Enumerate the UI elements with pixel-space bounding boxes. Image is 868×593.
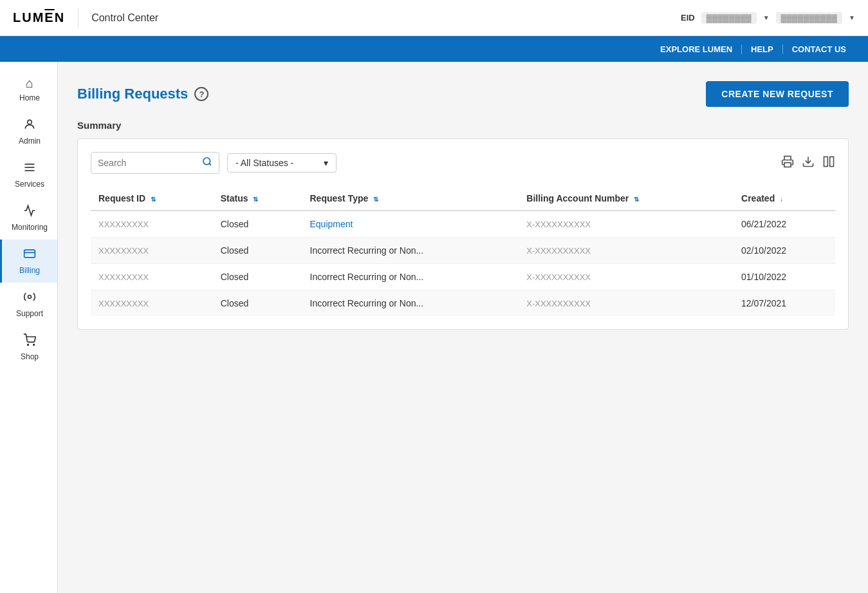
- svg-rect-11: [784, 162, 791, 167]
- svg-rect-14: [830, 156, 834, 166]
- svg-point-6: [28, 296, 32, 299]
- cell-request-id[interactable]: XXXXXXXXX: [91, 238, 213, 264]
- svg-point-8: [33, 344, 35, 346]
- col-header-status[interactable]: Status ⇅: [213, 187, 302, 211]
- cell-request-type: Incorrect Recurring or Non...: [302, 290, 519, 317]
- svg-rect-13: [824, 156, 828, 166]
- sidebar-item-admin[interactable]: Admin: [0, 110, 57, 153]
- user-dropdown-arrow[interactable]: ▼: [849, 14, 855, 21]
- help-icon[interactable]: ?: [194, 87, 208, 101]
- download-button[interactable]: [802, 155, 815, 171]
- svg-point-9: [203, 158, 210, 165]
- top-header: LUMEN Control Center EID ▓▓▓▓▓▓▓▓ ▼ ▓▓▓▓…: [0, 0, 868, 36]
- sidebar-item-support-label: Support: [16, 309, 43, 318]
- sidebar-item-services[interactable]: Services: [0, 153, 57, 196]
- logo: LUMEN: [13, 10, 65, 25]
- cell-status: Closed: [213, 211, 302, 238]
- billing-icon: [23, 247, 36, 263]
- cell-status: Closed: [213, 264, 302, 290]
- eid-dropdown-arrow[interactable]: ▼: [763, 14, 770, 21]
- header-right: EID ▓▓▓▓▓▓▓▓ ▼ ▓▓▓▓▓▓▓▓▓▓ ▼: [681, 12, 855, 24]
- page-header: Billing Requests ? CREATE NEW REQUEST: [77, 81, 849, 107]
- explore-lumen-link[interactable]: EXPLORE LUMEN: [651, 44, 741, 54]
- cell-status: Closed: [213, 238, 302, 264]
- col-header-billing-account[interactable]: Billing Account Number ⇅: [519, 187, 734, 211]
- page-title: Billing Requests: [77, 86, 188, 102]
- cell-created: 02/10/2022: [734, 238, 835, 264]
- services-icon: [23, 161, 36, 177]
- search-box: [91, 152, 219, 174]
- table-row: XXXXXXXXXClosedEquipmentX-XXXXXXXXXX06/2…: [91, 211, 835, 238]
- sort-icon-request-type: ⇅: [373, 196, 378, 203]
- summary-label: Summary: [77, 120, 849, 131]
- eid-label: EID: [681, 13, 695, 23]
- table-row: XXXXXXXXXClosedIncorrect Recurring or No…: [91, 238, 835, 264]
- sidebar-item-support[interactable]: Support: [0, 283, 57, 326]
- status-filter-label: - All Statuses -: [235, 158, 293, 168]
- columns-button[interactable]: [822, 155, 835, 171]
- sort-icon-request-id: ⇅: [151, 196, 156, 203]
- home-icon: ⌂: [26, 76, 33, 91]
- sidebar-item-billing[interactable]: Billing: [0, 240, 57, 283]
- search-input[interactable]: [98, 158, 202, 168]
- shop-icon: [23, 334, 36, 350]
- search-button[interactable]: [202, 156, 212, 169]
- sort-icon-created: ↓: [780, 196, 783, 203]
- cell-request-id[interactable]: XXXXXXXXX: [91, 290, 213, 317]
- print-button[interactable]: [781, 155, 794, 171]
- main-layout: ⌂ Home Admin Services Monitoring Billi: [0, 62, 868, 593]
- sidebar-item-monitoring[interactable]: Monitoring: [0, 196, 57, 240]
- cell-request-id[interactable]: XXXXXXXXX: [91, 211, 213, 238]
- eid-value: ▓▓▓▓▓▓▓▓: [701, 12, 757, 24]
- main-content: Billing Requests ? CREATE NEW REQUEST Su…: [58, 62, 868, 593]
- col-header-request-type[interactable]: Request Type ⇅: [302, 187, 519, 211]
- cell-request-type: Incorrect Recurring or Non...: [302, 238, 519, 264]
- svg-line-10: [209, 164, 211, 165]
- cell-created: 01/10/2022: [734, 264, 835, 290]
- billing-requests-table: Request ID ⇅ Status ⇅ Request Type ⇅: [91, 187, 835, 316]
- sort-icon-status: ⇅: [253, 196, 258, 203]
- sidebar-item-home[interactable]: ⌂ Home: [0, 68, 57, 110]
- status-filter-dropdown[interactable]: - All Statuses - ▾: [227, 153, 337, 173]
- dropdown-chevron-icon: ▾: [324, 158, 328, 168]
- cell-request-type: Incorrect Recurring or Non...: [302, 264, 519, 290]
- cell-billing-account: X-XXXXXXXXXX: [519, 238, 734, 264]
- help-link[interactable]: HELP: [741, 44, 782, 54]
- divider: [78, 8, 78, 28]
- cell-billing-account: X-XXXXXXXXXX: [519, 290, 734, 317]
- svg-point-7: [28, 344, 29, 346]
- user-value: ▓▓▓▓▓▓▓▓▓▓: [776, 12, 842, 24]
- sidebar-item-billing-label: Billing: [19, 266, 40, 275]
- col-header-request-id[interactable]: Request ID ⇅: [91, 187, 213, 211]
- blue-nav-bar: EXPLORE LUMEN HELP CONTACT US: [0, 36, 868, 62]
- sidebar: ⌂ Home Admin Services Monitoring Billi: [0, 62, 58, 593]
- sort-icon-billing-account: ⇅: [634, 196, 639, 203]
- app-title: Control Center: [91, 12, 158, 24]
- sidebar-item-monitoring-label: Monitoring: [12, 223, 48, 232]
- table-container: - All Statuses - ▾: [77, 138, 849, 330]
- sidebar-item-shop-label: Shop: [21, 352, 39, 361]
- cell-billing-account: X-XXXXXXXXXX: [519, 211, 734, 238]
- col-header-created[interactable]: Created ↓: [734, 187, 835, 211]
- support-icon: [23, 290, 36, 306]
- cell-created: 06/21/2022: [734, 211, 835, 238]
- create-new-request-button[interactable]: CREATE NEW REQUEST: [706, 81, 849, 107]
- admin-icon: [23, 118, 36, 134]
- cell-request-id[interactable]: XXXXXXXXX: [91, 264, 213, 290]
- table-row: XXXXXXXXXClosedIncorrect Recurring or No…: [91, 264, 835, 290]
- table-row: XXXXXXXXXClosedIncorrect Recurring or No…: [91, 290, 835, 317]
- sidebar-item-admin-label: Admin: [19, 136, 41, 146]
- monitoring-icon: [23, 204, 36, 220]
- page-title-area: Billing Requests ?: [77, 86, 208, 102]
- cell-status: Closed: [213, 290, 302, 317]
- cell-request-type[interactable]: Equipment: [302, 211, 519, 238]
- svg-rect-4: [24, 250, 35, 258]
- contact-us-link[interactable]: CONTACT US: [782, 44, 855, 54]
- cell-billing-account: X-XXXXXXXXXX: [519, 264, 734, 290]
- cell-created: 12/07/2021: [734, 290, 835, 317]
- sidebar-item-home-label: Home: [19, 93, 40, 102]
- toolbar-actions: [781, 155, 835, 171]
- svg-point-0: [28, 120, 32, 124]
- table-toolbar: - All Statuses - ▾: [91, 152, 835, 174]
- sidebar-item-shop[interactable]: Shop: [0, 326, 57, 369]
